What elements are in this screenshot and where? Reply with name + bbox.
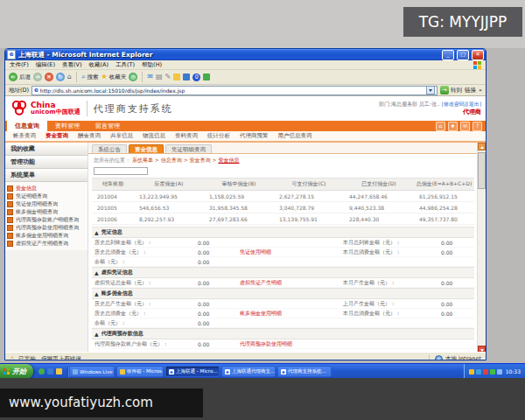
quicklaunch-folder-icon[interactable] [56,368,62,374]
tray-alert-icon[interactable] [483,369,488,374]
maximize-button[interactable]: □ [457,50,469,60]
home-button[interactable]: ⌂ [67,73,72,81]
sidebar-item-bonus-usage[interactable]: 账多佣金使用明细查询 [7,232,86,240]
nav-tab-info-query[interactable]: 信息查询 [7,121,47,131]
sidebar-item-deposit-usage[interactable]: 代理商预存款使用明细查询 [7,224,86,232]
menu-favorites[interactable]: 收藏(A) [89,61,109,69]
scrollbar-thumb[interactable] [478,152,486,189]
nav-star-icon[interactable]: ★ [448,122,458,131]
address-dropdown[interactable] [426,86,435,94]
menu-help[interactable]: 帮助(H) [142,61,162,69]
tab-funds-info[interactable]: 资金信息 [129,144,164,153]
sidebar-item-voucher-usage[interactable]: 凭证使用明细查询 [7,200,86,208]
nav-tab-message-mgmt[interactable]: 留言管理 [88,121,128,131]
nav-home-icon[interactable]: ⌂ [436,122,445,131]
bonus-usage-link[interactable]: 账多佣金使用明细 [240,310,343,318]
quicklaunch-ie-icon[interactable] [47,368,53,374]
sidebar-item-label: 凭证明细查询 [16,192,47,200]
subnav-agent-alert[interactable]: 代理商预警 [240,131,269,141]
system-title: 代理商支持系统 [94,102,173,116]
mail-button[interactable]: ✉ [147,73,153,81]
logout-link[interactable]: [退出] [466,101,481,107]
title-bar[interactable]: e 上海联通 - Microsoft Internet Explorer _ □… [5,49,486,60]
task-windows-live[interactable]: Windows Live Mes... [69,366,115,377]
subnav-user-info-query[interactable]: 用户信息查询 [278,131,312,141]
forward-button[interactable]: → [33,73,42,81]
sidebar-item-funds-info[interactable]: 资金信息 [7,185,86,192]
menu-edit[interactable]: 编辑(E) [36,61,55,69]
task-agent-system[interactable]: e代理商支持系统... [277,366,332,377]
search-button[interactable]: ⌕搜索 [81,73,98,81]
voucher-usage-link[interactable]: 凭证使用明细 [240,248,343,256]
tray-shield-icon[interactable] [469,369,474,374]
field-value: 0.00 [198,240,240,246]
tray-network-icon[interactable] [476,369,481,374]
close-button[interactable]: ✕ [472,50,484,60]
start-button[interactable]: 开始 [0,364,33,379]
menu-tools[interactable]: 工具(T) [116,61,135,69]
favorites-button[interactable]: ★收藏夹 [102,73,127,81]
filter-box[interactable] [94,167,148,175]
change-password-link[interactable]: [修改密码] [442,101,467,107]
breadcrumb-current[interactable]: 资金信息 [218,157,239,163]
menu-file[interactable]: 文件(F) [10,61,29,69]
edit-button[interactable]: ✎ [165,73,172,81]
bluetooth-icon[interactable]: 0 [192,74,200,81]
sidebar-header-favorites[interactable]: 我的收藏 [5,143,88,156]
nav-tab-data-mgmt[interactable]: 资料管理 [47,121,88,131]
collapse-icon: ▲ [94,229,99,235]
subnav-stats-analysis[interactable]: 统计分析 [207,131,230,141]
quicklaunch-msn-icon[interactable] [38,368,45,374]
scroll-up-icon[interactable] [478,143,486,150]
breadcrumb-path[interactable]: 系统菜单 > 信息查询 > 资金查询 > [132,157,219,163]
sidebar-header-system-menu[interactable]: 系统菜单 [5,169,88,182]
browser-toolbar: ←后退 → ✕ ↻ ⌂ ⌕搜索 ★收藏夹 ◷ ✉ ▤ ✎ 0 [5,70,486,85]
section-header-voucher[interactable]: ▲凭证信息 [92,227,474,238]
stop-button[interactable]: ✕ [45,73,53,81]
subnav-shared-info[interactable]: 共享信息 [110,131,133,141]
print-button[interactable]: ▤ [156,73,163,81]
address-input[interactable]: e http://dls.sh.unicom.local:15010/dls/j… [32,86,438,95]
task-agent-page[interactable]: e上海联通代理商支... [221,366,276,377]
subnav-funds-query[interactable]: 资金查询 [46,131,68,141]
subnav-data-query[interactable]: 资料查询 [175,131,198,141]
folder-icon[interactable] [173,74,180,80]
deposit-usage-link[interactable]: 代理商预存款使用明细 [240,340,343,348]
task-inbox[interactable]: 收件箱 - Micros... [116,366,164,377]
messenger-icon[interactable] [183,74,190,80]
cell-period: 201004 [92,193,134,200]
section-header-virtual-voucher[interactable]: ▲虚拟凭证信息 [92,267,474,278]
tab-system-notice[interactable]: 系统公告 [92,144,127,153]
subnav-account-query[interactable]: 帐务查询 [13,131,36,141]
menu-view[interactable]: 查看(V) [62,61,82,69]
sidebar-header-admin[interactable]: 管理功能 [5,156,88,169]
section-header-bonus[interactable]: ▲账多佣金信息 [92,288,474,299]
tab-voucher-detail-query[interactable]: 凭证明细查询 [165,144,212,153]
links-chevrons[interactable]: » [479,87,482,94]
sidebar-item-virtual-voucher[interactable]: 虚拟凭证产生明细查询 [7,240,86,248]
tray-status-icon[interactable] [490,369,495,374]
back-button[interactable]: ←后退 [9,73,31,81]
section-title: 代理商预存款信息 [102,330,144,338]
virtual-voucher-link[interactable]: 虚拟凭证产生明细 [240,279,343,287]
subnav-logistics-info[interactable]: 物流信息 [143,131,165,141]
sidebar-item-deposit-account[interactable]: 代理商预存款账户明细查询 [7,216,86,224]
links-label[interactable]: 链接 [465,87,476,94]
nav-mail-icon[interactable]: ✉ [460,122,470,131]
section-title: 虚拟凭证信息 [102,269,133,276]
task-shanghai-unicom[interactable]: e上海联通 - Micro... [165,366,220,377]
tray-volume-icon[interactable] [497,369,502,374]
scroll-down-icon[interactable] [478,346,486,352]
section-header-deposit[interactable]: ▲代理商预存款信息 [92,328,474,340]
go-button[interactable]: →转到 [440,86,462,94]
section-row: 余额（元）：0.00 [92,257,474,267]
history-button[interactable]: ◷ [129,73,137,81]
refresh-button[interactable]: ↻ [56,73,65,81]
minimize-button[interactable]: _ [442,50,454,60]
sidebar-item-voucher-detail[interactable]: 凭证明细查询 [7,192,86,200]
plugin-icon[interactable] [203,74,210,80]
nav-help-icon[interactable]: ? [472,122,482,131]
sidebar-item-bonus-detail[interactable]: 账多佣金明细查询 [7,208,86,216]
subnav-commission-query[interactable]: 酬金查询 [78,131,101,141]
page-scrollbar[interactable] [477,143,486,352]
